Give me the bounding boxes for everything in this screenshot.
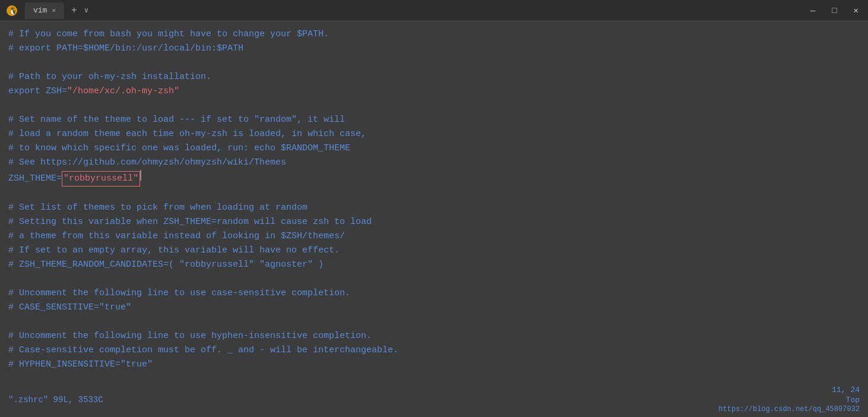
code-line-22: # Uncomment the following line to use hy…: [0, 329, 868, 343]
titlebar-left: 🐧 vim ✕ + ∨: [6, 2, 88, 19]
code-line-4: # Path to your oh-my-zsh installation.: [0, 70, 868, 84]
code-line-17: # ZSH_THEME_RANDOM_CANDIDATES=( "robbyru…: [0, 258, 868, 272]
code-line-23: # Case-sensitive completion must be off.…: [0, 343, 868, 358]
maximize-button[interactable]: □: [828, 5, 840, 17]
cursor: [140, 170, 141, 181]
code-line-12: [0, 187, 868, 201]
code-line-2: # export PATH=$HOME/bin:/usr/local/bin:$…: [0, 42, 868, 56]
svg-text:🐧: 🐧: [8, 7, 17, 16]
statusbar-position: 11, 24: [832, 386, 860, 396]
code-line-15: # a theme from this variable instead of …: [0, 229, 868, 244]
vim-tab[interactable]: vim ✕: [25, 2, 64, 19]
statusbar-right: 11, 24 Top https://blog.csdn.net/qq_4580…: [718, 386, 860, 415]
code-line-13: # Set list of themes to pick from when l…: [0, 201, 868, 215]
code-line-19: # Uncomment the following line to use ca…: [0, 286, 868, 301]
linux-icon: 🐧: [6, 5, 18, 17]
code-line-5: export ZSH="/home/xc/.oh-my-zsh": [0, 84, 868, 99]
code-line-1: # If you come from bash you might have t…: [0, 27, 868, 42]
code-line-16: # If set to an empty array, this variabl…: [0, 244, 868, 258]
statusbar-file-info: ".zshrc" 99L, 3533C: [8, 395, 103, 405]
code-line-6: [0, 99, 868, 113]
code-line-20: # CASE_SENSITIVE="true": [0, 301, 868, 315]
code-line-24: # HYPHEN_INSENSITIVE="true": [0, 358, 868, 372]
titlebar: 🐧 vim ✕ + ∨ — □ ✕: [0, 0, 868, 21]
tab-close-button[interactable]: ✕: [52, 7, 56, 14]
statusbar-scroll: Top: [846, 396, 860, 406]
code-line-18: [0, 272, 868, 286]
editor-area[interactable]: # If you come from bash you might have t…: [0, 21, 868, 417]
code-line-3: [0, 56, 868, 70]
tab-area: vim ✕ + ∨: [25, 2, 88, 19]
code-line-8: # load a random theme each time oh-my-zs…: [0, 127, 868, 141]
close-window-button[interactable]: ✕: [850, 4, 862, 17]
tab-label: vim: [33, 6, 47, 15]
minimize-button[interactable]: —: [807, 5, 819, 17]
code-line-21: [0, 315, 868, 329]
code-line-7: # Set name of the theme to load --- if s…: [0, 113, 868, 127]
tab-dropdown-button[interactable]: ∨: [84, 6, 88, 15]
statusbar-url: https://blog.csdn.net/qq_45807032: [718, 405, 860, 415]
window-controls: — □ ✕: [807, 4, 862, 17]
new-tab-button[interactable]: +: [66, 5, 82, 16]
code-line-10: # See https://github.com/ohmyzsh/ohmyzsh…: [0, 156, 868, 170]
code-line-11: ZSH_THEME="robbyrussell": [0, 170, 868, 187]
code-line-9: # to know which specific one was loaded,…: [0, 141, 868, 156]
code-line-14: # Setting this variable when ZSH_THEME=r…: [0, 215, 868, 229]
statusbar: ".zshrc" 99L, 3533C 11, 24 Top https://b…: [0, 383, 868, 417]
